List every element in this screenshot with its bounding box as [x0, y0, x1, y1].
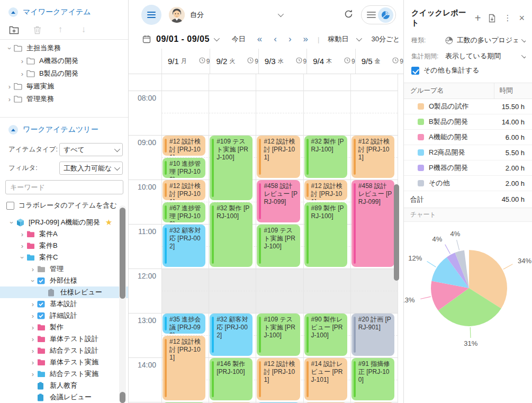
work-item-tree-item[interactable]: ›基本設計	[0, 298, 128, 310]
my-work-items-item[interactable]: ›毎週実施	[0, 80, 128, 93]
report-table-row[interactable]: B製品の開発14.00 h	[404, 114, 532, 130]
chevron-collapsed-icon[interactable]: ›	[5, 83, 14, 90]
chevron-collapsed-icon[interactable]: ›	[18, 231, 26, 238]
refresh-button[interactable]	[344, 9, 354, 21]
export-icon[interactable]	[488, 14, 496, 23]
day-header[interactable]: 9/5金9	[355, 49, 403, 74]
item-type-select[interactable]: すべて	[59, 143, 123, 156]
calendar-event[interactable]: #12 設計検討 [PRJ-101]	[163, 136, 205, 156]
calendar-event[interactable]: #109 テスト実施 [PRJ-100]	[210, 136, 253, 200]
collapse-section-icon[interactable]	[8, 7, 18, 17]
chevron-collapsed-icon[interactable]: ›	[29, 324, 37, 331]
add-icon[interactable]: +	[475, 13, 481, 23]
work-item-tree-item[interactable]: ›結合テスト実施	[0, 368, 128, 380]
chevron-collapsed-icon[interactable]: ›	[29, 312, 37, 319]
menu-button[interactable]	[141, 5, 161, 25]
calendar-event[interactable]: #20 計画 [PRJ-901]	[351, 314, 394, 356]
my-work-items-item[interactable]: ›B製品の開発	[0, 67, 128, 80]
sidebar-scrollbar-thumb[interactable]	[120, 208, 125, 299]
chevron-collapsed-icon[interactable]: ›	[29, 371, 37, 378]
calendar-event[interactable]: #12 設計検討 [PRJ-101]	[351, 136, 394, 178]
view-mode-select[interactable]: 稼動日	[328, 34, 360, 44]
work-item-tree-item[interactable]: ›管理	[0, 263, 128, 275]
chevron-expanded-icon[interactable]: ›	[30, 276, 37, 285]
calendar-event[interactable]: #10 進捗管理 [PRJ-100]	[163, 158, 205, 178]
today-button[interactable]: 今日	[232, 34, 246, 44]
calendar-event[interactable]: #35 進捗会議 [PRJ-099]	[163, 314, 205, 334]
calendar-event[interactable]: #14 設計レビュー [PRJ-101]	[304, 358, 347, 400]
calendar-event[interactable]: #32 製作 [PRJ-100]	[210, 202, 253, 267]
calendar-scrollbar-thumb[interactable]	[394, 184, 399, 281]
list-view-icon[interactable]	[367, 12, 376, 18]
chevron-collapsed-icon[interactable]: ›	[18, 70, 26, 77]
calendar-event[interactable]: #32 顧客対応 [PRJ-002]	[163, 225, 205, 267]
work-item-tree-item[interactable]: ›外部仕様	[0, 275, 128, 286]
view-toggle[interactable]	[361, 5, 396, 24]
work-item-tree-item[interactable]: ›案件B	[0, 240, 128, 252]
chevron-collapsed-icon[interactable]: ›	[29, 359, 37, 366]
date-range-chevron[interactable]	[214, 35, 220, 41]
prev-day-button[interactable]: ‹	[274, 34, 277, 44]
calendar-event[interactable]: #12 設計検討 [PRJ-101]	[257, 136, 300, 178]
my-work-items-item[interactable]: ›A機器の開発	[0, 55, 128, 67]
work-item-tree-item[interactable]: ›案件C	[0, 252, 128, 263]
report-table-row[interactable]: O製品の試作15.50 h	[404, 99, 532, 114]
filter-select[interactable]: 工数入力可能な	[59, 162, 123, 175]
my-work-items-item[interactable]: ›管理業務	[0, 93, 128, 105]
sidebar-scrollbar-thumb-bottom[interactable]	[120, 392, 125, 403]
chevron-expanded-icon[interactable]: ›	[6, 44, 13, 52]
calendar-event[interactable]: #32 製作 [PRJ-100]	[304, 136, 347, 178]
work-item-tree-item[interactable]: ›会議レビュー	[0, 391, 128, 403]
calendar-event[interactable]: #12 設計検討 [PRJ-101]	[304, 180, 347, 200]
work-item-tree-item[interactable]: ›単体テスト実施	[0, 356, 128, 368]
report-period-select[interactable]: 表示している期間	[445, 51, 526, 61]
my-work-items-item[interactable]: ›主担当業務	[0, 42, 128, 55]
calendar-event[interactable]: #91 指摘修正 [PRJ-100]	[351, 358, 394, 400]
chevron-collapsed-icon[interactable]: ›	[18, 58, 26, 65]
day-header[interactable]: 9/1月9	[161, 49, 210, 74]
work-item-tree-item[interactable]: ›単体テスト設計	[0, 333, 128, 345]
work-item-tree-item[interactable]: ›新人教育	[0, 380, 128, 391]
work-item-tree-item[interactable]: ›製作	[0, 321, 128, 333]
kebab-menu-icon[interactable]: ⋮	[503, 13, 511, 23]
interval-select[interactable]: 30分ごと	[371, 34, 400, 44]
calendar-event[interactable]: #67 進捗管理 [PRJ-100]	[163, 202, 205, 222]
collaborator-checkbox[interactable]	[6, 202, 14, 210]
favorite-star-icon[interactable]: ★	[105, 218, 112, 227]
calendar-event[interactable]: #12 設計検討 [PRJ-101]	[163, 336, 205, 400]
next-day-button[interactable]: ›	[288, 34, 292, 44]
calendar-event[interactable]: #32 顧客対応 [PRJ-002]	[210, 314, 253, 356]
move-down-icon[interactable]: ↓	[78, 24, 89, 35]
close-icon[interactable]: ×	[519, 13, 525, 24]
chevron-expanded-icon[interactable]: ›	[8, 218, 15, 227]
work-item-tree-item[interactable]: ›結合テスト設計	[0, 345, 128, 356]
collapse-section-icon[interactable]	[8, 125, 18, 135]
calendar-event[interactable]: #146 製作 [PRJ-100]	[210, 358, 253, 400]
report-table-row[interactable]: A機能の開発6.00 h	[404, 130, 532, 145]
others-checkbox[interactable]	[411, 67, 419, 75]
prev-week-button[interactable]: «	[257, 34, 262, 44]
chevron-collapsed-icon[interactable]: ›	[29, 301, 37, 308]
calendar-event[interactable]: #458 設計レビュー [PRJ-099]	[351, 180, 394, 267]
work-item-tree-item[interactable]: ›案件A	[0, 228, 128, 240]
calendar-grid[interactable]: 08:0009:0010:0011:0012:0013:0014:0015:00…	[129, 74, 403, 403]
calendar-event[interactable]: #109 テスト実施 [PRJ-100]	[257, 314, 300, 356]
chevron-collapsed-icon[interactable]: ›	[5, 96, 14, 103]
calendar-event[interactable]: #12 設計検討 [PRJ-101]	[257, 358, 300, 400]
add-folder-icon[interactable]	[8, 24, 19, 35]
chevron-collapsed-icon[interactable]: ›	[18, 243, 26, 249]
report-view-button[interactable]	[378, 7, 393, 23]
next-week-button[interactable]: »	[303, 34, 308, 44]
user-selector-chevron[interactable]	[278, 11, 284, 17]
work-item-tree-item[interactable]: ›仕様レビュー	[0, 286, 128, 298]
chevron-collapsed-icon[interactable]: ›	[29, 347, 37, 354]
chevron-expanded-icon[interactable]: ›	[19, 253, 26, 262]
day-header[interactable]: 9/2火9	[210, 49, 258, 74]
calendar-event[interactable]: #89 製作 [PRJ-100]	[304, 202, 347, 267]
chevron-collapsed-icon[interactable]: ›	[29, 336, 37, 343]
report-table-row[interactable]: P機器の開発2.00 h	[404, 160, 532, 176]
chevron-collapsed-icon[interactable]: ›	[29, 266, 37, 273]
report-table-row[interactable]: その他2.00 h	[404, 176, 532, 191]
keyword-input[interactable]	[5, 180, 123, 194]
calendar-event[interactable]: #12 設計検討 [PRJ-101]	[163, 180, 205, 200]
